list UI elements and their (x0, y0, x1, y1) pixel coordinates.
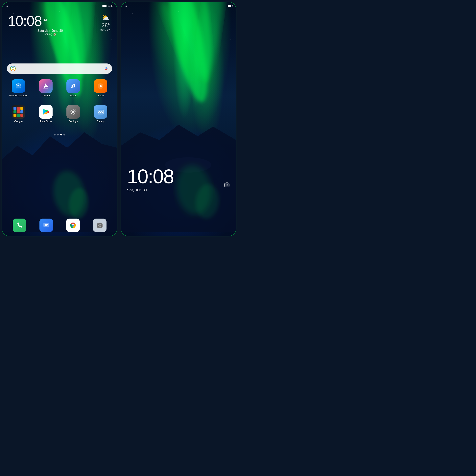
video-label: Video (97, 94, 104, 97)
svg-point-33 (226, 185, 227, 186)
svg-point-9 (45, 84, 46, 85)
signal-icon (6, 5, 8, 7)
signal-bar-2 (7, 6, 7, 7)
r-signal-bar-3 (126, 6, 127, 7)
page-dot-0[interactable] (54, 134, 55, 136)
app-themes[interactable]: Themes (33, 79, 58, 97)
status-right: 10:08 (102, 5, 113, 7)
page-dot-1[interactable] (57, 134, 59, 136)
dock-chrome-icon (66, 219, 80, 232)
music-icon (67, 79, 80, 93)
battery-icon (102, 5, 107, 7)
weather-widget: ⛅ 28° 32° / 22° (100, 14, 111, 32)
dock-camera-icon (93, 219, 106, 232)
app-settings[interactable]: Settings (61, 105, 86, 123)
weather-temp: 28° (102, 22, 110, 29)
app-gallery[interactable]: Gallery (88, 105, 113, 123)
google-g-icon: G (10, 66, 16, 71)
svg-rect-16 (43, 223, 49, 227)
dock-phone-icon (13, 219, 26, 232)
aurora-background-right (121, 2, 236, 236)
app-google[interactable]: Google (6, 105, 31, 123)
playstore-icon (39, 105, 52, 119)
clock-ampm: AM (42, 18, 46, 22)
app-grid-row1: Phone Manager Themes (6, 79, 113, 97)
signal-bar-3 (7, 6, 8, 7)
g-grid-2 (17, 107, 20, 110)
gallery-label: Gallery (96, 120, 104, 123)
g-grid-5 (17, 110, 20, 113)
right-status-bar (121, 2, 236, 10)
google-label: Google (14, 120, 23, 123)
r-signal-bar-1 (125, 6, 125, 7)
widget-divider (96, 17, 96, 33)
app-music[interactable]: Music (61, 79, 86, 97)
right-signal-icon (125, 5, 127, 7)
svg-rect-8 (43, 88, 48, 89)
r-signal-bar-4 (127, 5, 127, 7)
page-dot-2[interactable] (60, 134, 62, 136)
location-icon: 🏠 (53, 33, 56, 36)
status-time: 10:08 (107, 5, 113, 7)
app-phone-manager[interactable]: Phone Manager (6, 79, 31, 97)
svg-point-23 (101, 224, 102, 224)
dock (6, 219, 113, 232)
dock-phone[interactable] (13, 219, 26, 232)
clock-widget: 10:08AM Saturday, June 30 Beijing 🏠 ⛅ 28… (8, 14, 111, 36)
g-grid-8 (17, 114, 20, 117)
music-label: Music (70, 94, 77, 97)
g-grid-4 (14, 110, 17, 113)
themes-label: Themes (41, 94, 51, 97)
lock-clock-date: Sat, Jun 30 (127, 188, 173, 192)
g-grid-9 (20, 114, 23, 117)
g-grid-6 (20, 110, 23, 113)
app-playstore[interactable]: Play Store (33, 105, 58, 123)
svg-rect-6 (106, 67, 107, 69)
left-phone: 10:08 10:08AM Saturday, June 30 Beijing … (1, 1, 118, 237)
r-signal-bar-2 (126, 6, 126, 7)
right-battery-icon (228, 5, 232, 7)
g-grid-3 (20, 107, 23, 110)
dock-messages-icon (39, 219, 53, 232)
clock-location-text: Beijing (44, 33, 52, 36)
right-status-right (228, 5, 232, 7)
battery-fill (103, 5, 105, 7)
mic-icon[interactable] (103, 66, 109, 71)
right-status-left (125, 5, 127, 7)
phone-manager-label: Phone Manager (9, 94, 28, 97)
lock-camera-button[interactable] (224, 182, 230, 189)
app-grid-row2: Google Play Store (6, 105, 113, 123)
svg-point-13 (72, 111, 74, 113)
settings-icon (67, 105, 80, 119)
g-grid-7 (14, 114, 17, 117)
clock-date: Saturday, June 30 (8, 29, 92, 33)
lock-clock-time: 10:08 (127, 166, 173, 186)
svg-point-20 (72, 224, 74, 226)
clock-hours: 10:08 (8, 13, 42, 29)
search-bar[interactable]: G (7, 64, 112, 74)
weather-range: 32° / 22° (100, 29, 111, 32)
clock-location: Beijing 🏠 (8, 33, 92, 36)
right-phone: 10:08 Sat, Jun 30 (120, 1, 237, 237)
dock-chrome[interactable] (66, 219, 80, 232)
clock-left: 10:08AM Saturday, June 30 Beijing 🏠 (8, 14, 92, 36)
signal-bar-1 (6, 6, 6, 7)
svg-point-22 (99, 225, 101, 226)
playstore-label: Play Store (40, 120, 52, 123)
right-battery-fill (228, 5, 231, 7)
themes-icon (39, 79, 52, 93)
status-bar: 10:08 (2, 2, 117, 10)
gallery-icon (94, 105, 107, 119)
video-icon (94, 79, 107, 93)
lock-clock: 10:08 Sat, Jun 30 (127, 166, 173, 192)
page-dot-3[interactable] (64, 134, 65, 136)
google-icon (12, 105, 25, 119)
dock-camera[interactable] (93, 219, 106, 232)
app-video[interactable]: Video (88, 79, 113, 97)
google-apps-grid (14, 107, 23, 117)
signal-bar-4 (8, 5, 8, 7)
weather-icon: ⛅ (102, 14, 110, 21)
dock-messages[interactable] (39, 219, 53, 232)
clock-time: 10:08AM (8, 14, 92, 28)
page-dots (2, 134, 117, 136)
